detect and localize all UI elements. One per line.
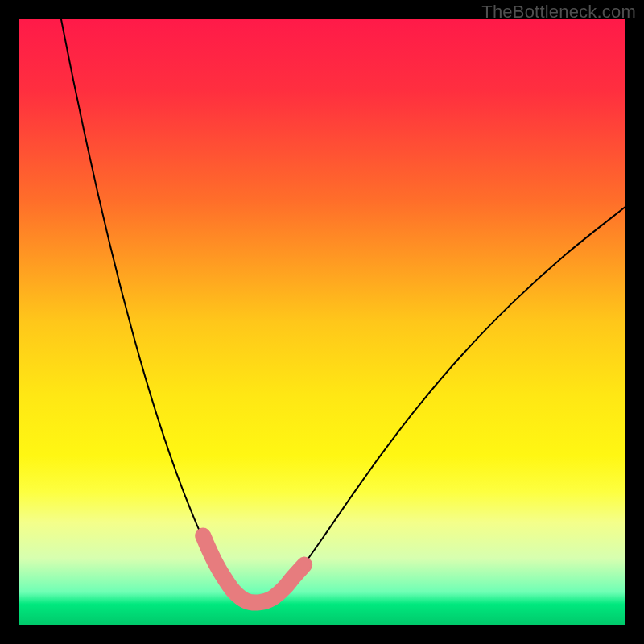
gradient-background <box>19 19 625 625</box>
outer-frame: TheBottleneck.com <box>0 0 644 644</box>
watermark-text: TheBottleneck.com <box>481 2 636 23</box>
plot-area <box>19 19 625 625</box>
marker-end-dot <box>299 559 311 571</box>
bottleneck-chart <box>19 19 625 625</box>
